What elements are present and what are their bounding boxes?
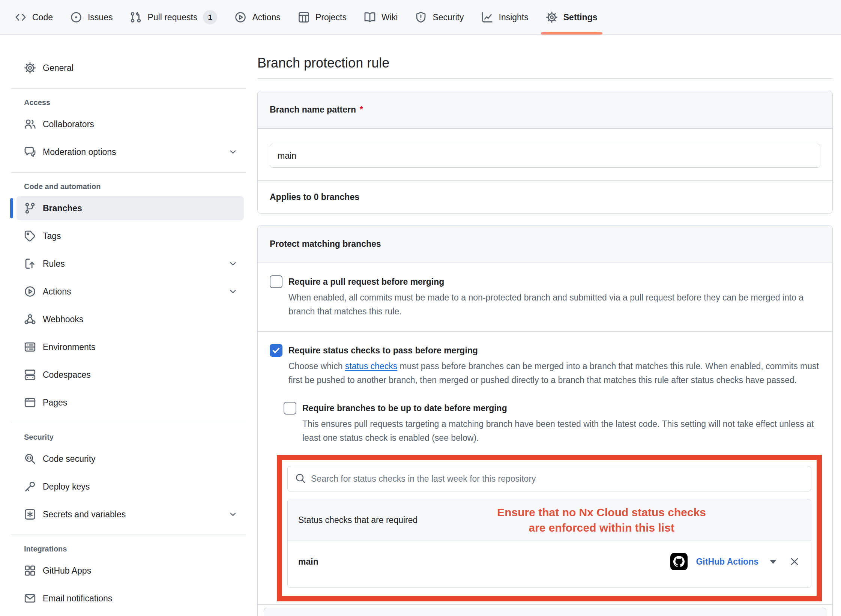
protect-matching-branches-card: Protect matching branches Require a pull… — [257, 225, 833, 616]
require-status-checks-row: Require status checks to pass before mer… — [270, 343, 820, 358]
main-content: Branch protection rule Branch name patte… — [257, 35, 833, 616]
issue-opened-icon — [70, 11, 82, 23]
sidebar-item-branches[interactable]: Branches — [17, 196, 244, 220]
sidebar-item-github-apps[interactable]: GitHub Apps — [17, 559, 244, 583]
require-up-to-date-checkbox[interactable] — [284, 402, 296, 415]
comment-discussion-icon — [24, 146, 36, 158]
status-check-name: main — [298, 557, 670, 567]
sidebar-section-security: Security — [24, 433, 246, 442]
remove-status-check-icon[interactable] — [789, 556, 800, 567]
require-status-checks-checkbox[interactable] — [270, 344, 282, 357]
graph-icon — [481, 11, 493, 23]
tab-issues[interactable]: Issues — [62, 0, 121, 35]
require-status-checks-description: Choose which status checks must pass bef… — [288, 359, 820, 387]
sidebar-item-general[interactable]: General — [17, 56, 244, 80]
search-icon — [295, 473, 306, 484]
sidebar-item-email-notifications[interactable]: Email notifications — [17, 586, 244, 610]
code-icon — [15, 11, 27, 23]
caret-down-icon[interactable] — [770, 560, 776, 564]
tab-actions[interactable]: Actions — [226, 0, 289, 35]
key-icon — [24, 481, 36, 493]
play-icon — [234, 11, 246, 23]
status-checks-link[interactable]: status checks — [345, 361, 397, 371]
play-icon — [24, 285, 36, 297]
sidebar-divider — [11, 88, 246, 89]
book-icon — [364, 11, 376, 23]
github-mark-icon — [670, 553, 688, 570]
sidebar-item-deploy-keys[interactable]: Deploy keys — [17, 475, 244, 499]
require-up-to-date-description: This ensures pull requests targeting a m… — [302, 417, 820, 445]
tab-wiki[interactable]: Wiki — [355, 0, 406, 35]
sidebar-item-actions[interactable]: Actions — [17, 279, 244, 303]
tab-insights[interactable]: Insights — [473, 0, 537, 35]
tab-settings[interactable]: Settings — [537, 0, 606, 35]
apps-grid-icon — [24, 565, 36, 577]
sidebar-item-tags[interactable]: Tags — [17, 224, 244, 248]
chevron-down-icon — [228, 287, 238, 296]
codespaces-icon — [24, 369, 36, 381]
status-check-row-main: main GitHub Actions — [288, 541, 811, 587]
sidebar-item-moderation-options[interactable]: Moderation options — [17, 140, 244, 164]
tab-pull-requests[interactable]: Pull requests 1 — [121, 0, 226, 35]
tab-projects[interactable]: Projects — [289, 0, 355, 35]
applies-to-branches: Applies to 0 branches — [258, 180, 832, 213]
tab-code[interactable]: Code — [6, 0, 62, 35]
git-branch-icon — [24, 202, 36, 214]
sidebar-item-webhooks[interactable]: Webhooks — [17, 307, 244, 331]
chevron-down-icon — [228, 509, 238, 519]
mail-icon — [24, 592, 36, 604]
next-section-header-partial — [264, 608, 826, 616]
git-pull-request-icon — [130, 11, 142, 23]
sidebar-section-access: Access — [24, 98, 246, 107]
shield-icon — [415, 11, 427, 23]
sidebar-item-environments[interactable]: Environments — [17, 335, 244, 359]
tag-icon — [24, 230, 36, 242]
github-actions-link[interactable]: GitHub Actions — [696, 557, 758, 567]
require-pull-request-row: Require a pull request before merging — [270, 274, 820, 289]
subhead-divider — [257, 78, 833, 79]
section-divider — [258, 604, 832, 605]
require-pull-request-description: When enabled, all commits must be made t… — [288, 291, 820, 319]
sidebar-divider — [11, 535, 246, 535]
annotation-highlight-box: Status checks that are required Ensure t… — [277, 455, 822, 601]
chevron-down-icon — [228, 147, 238, 157]
active-tab-underline — [541, 32, 602, 35]
sidebar-divider — [11, 172, 246, 173]
status-checks-search-input[interactable] — [287, 466, 811, 491]
sidebar-section-code-automation: Code and automation — [24, 182, 246, 191]
sidebar-section-integrations: Integrations — [24, 545, 246, 553]
sidebar-item-code-security[interactable]: Code security — [17, 447, 244, 471]
sidebar-item-collaborators[interactable]: Collaborators — [17, 112, 244, 136]
repo-nav: Code Issues Pull requests 1 Actions Proj… — [0, 0, 841, 35]
rules-icon — [24, 258, 36, 270]
branch-name-pattern-input[interactable] — [270, 144, 820, 168]
pull-requests-count: 1 — [203, 10, 217, 24]
required-status-checks-list: Status checks that are required Ensure t… — [287, 499, 811, 588]
sidebar-item-secrets-variables[interactable]: Secrets and variables — [17, 502, 244, 526]
settings-sidebar: General Access Collaborators Moderation … — [0, 35, 246, 614]
sidebar-item-rules[interactable]: Rules — [17, 252, 244, 276]
code-scan-icon — [24, 453, 36, 465]
gear-icon — [24, 62, 36, 74]
server-icon — [24, 341, 36, 353]
gear-icon — [546, 11, 558, 23]
webhook-icon — [24, 313, 36, 325]
page-title: Branch protection rule — [257, 55, 833, 71]
chevron-down-icon — [228, 259, 238, 269]
required-asterisk: * — [360, 105, 363, 114]
branch-name-pattern-card: Branch name pattern* Applies to 0 branch… — [257, 91, 833, 214]
asterisk-box-icon — [24, 508, 36, 520]
projects-table-icon — [298, 11, 310, 23]
require-up-to-date-row: Require branches to be up to date before… — [284, 401, 820, 416]
sidebar-item-pages[interactable]: Pages — [17, 391, 244, 415]
branch-name-pattern-header: Branch name pattern* — [258, 91, 832, 129]
people-icon — [24, 118, 36, 130]
status-checks-required-label: Status checks that are required — [298, 515, 417, 525]
require-pull-request-checkbox[interactable] — [270, 275, 282, 288]
protect-matching-branches-header: Protect matching branches — [258, 225, 832, 263]
browser-icon — [24, 397, 36, 409]
tab-security[interactable]: Security — [406, 0, 472, 35]
sidebar-item-codespaces[interactable]: Codespaces — [17, 363, 244, 387]
annotation-text: Ensure that no Nx Cloud status checks ar… — [417, 505, 800, 535]
sidebar-divider — [11, 423, 246, 423]
